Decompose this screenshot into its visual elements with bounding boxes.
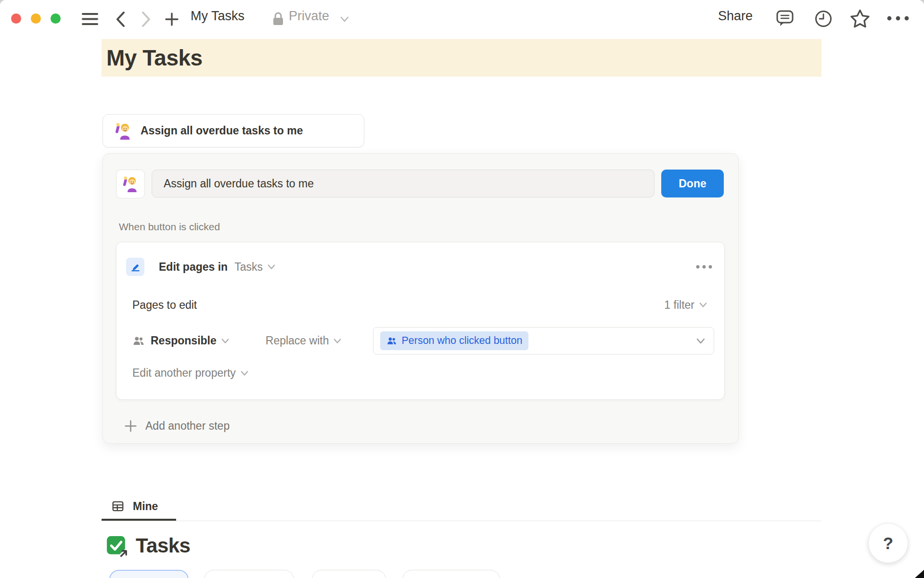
people-icon <box>386 336 397 346</box>
person-raising-hand-emoji <box>122 176 139 192</box>
linked-database-title[interactable]: Tasks <box>106 534 190 557</box>
lock-icon <box>271 12 285 27</box>
more-options-icon[interactable] <box>886 15 910 21</box>
comments-icon[interactable] <box>775 8 795 28</box>
filter-chip[interactable] <box>204 570 294 578</box>
page-title-highlight: My Tasks <box>102 39 821 77</box>
action-label: Edit pages in <box>159 261 228 274</box>
chevron-down-icon <box>240 369 249 377</box>
automation-button[interactable]: Assign all overdue tasks to me <box>103 114 364 147</box>
favorite-star-icon[interactable] <box>849 8 871 30</box>
step-more-options-icon[interactable] <box>695 264 713 269</box>
filter-dropdown[interactable]: 1 filter <box>664 299 708 312</box>
minimize-window-button[interactable] <box>31 13 41 24</box>
tab-mine[interactable]: Mine <box>111 495 158 517</box>
tab-mine-label: Mine <box>133 500 158 513</box>
operator-dropdown[interactable]: Replace with <box>266 334 343 347</box>
share-button[interactable]: Share <box>718 6 753 26</box>
button-emoji-picker[interactable] <box>116 170 145 198</box>
check-mark-emoji <box>106 535 128 557</box>
history-clock-icon[interactable] <box>813 9 834 29</box>
value-chip-label: Person who clicked button <box>401 335 522 347</box>
zoom-window-button[interactable] <box>51 13 61 24</box>
add-another-step-button[interactable]: Add another step <box>124 414 230 438</box>
chevron-down-icon <box>339 15 350 24</box>
person-raising-hand-emoji <box>115 122 132 140</box>
help-button[interactable]: ? <box>868 523 908 563</box>
mouse-cursor <box>915 570 924 578</box>
target-database-dropdown[interactable]: Tasks <box>234 261 276 274</box>
add-another-step-label: Add another step <box>145 420 230 433</box>
window-toolbar: My Tasks Private Share <box>0 0 924 32</box>
notion-window: My Tasks Private Share My Tasks <box>0 0 924 578</box>
table-view-icon <box>111 499 125 513</box>
new-page-icon[interactable] <box>165 12 179 26</box>
filter-chip-active[interactable] <box>109 570 189 578</box>
plus-icon <box>124 420 137 433</box>
tab-divider <box>102 521 821 521</box>
pages-to-edit-row: Pages to edit 1 filter <box>132 295 708 315</box>
chevron-down-icon <box>267 263 276 271</box>
back-icon[interactable] <box>114 11 127 28</box>
people-icon <box>132 335 145 347</box>
forward-icon[interactable] <box>140 11 153 28</box>
property-dropdown[interactable]: Responsible <box>151 334 217 347</box>
action-row: Edit pages in Tasks <box>126 257 713 276</box>
automation-step-card: Edit pages in Tasks Pages to edit 1 filt… <box>116 242 725 400</box>
privacy-dropdown[interactable]: Private <box>289 6 329 26</box>
close-window-button[interactable] <box>11 13 21 24</box>
traffic-lights <box>11 13 61 24</box>
chevron-down-icon <box>333 337 342 345</box>
chevron-down-icon <box>698 301 708 309</box>
sidebar-toggle-icon[interactable] <box>82 13 98 26</box>
button-editor-panel: Done When button is clicked Edit pages i… <box>103 153 739 444</box>
value-chip: Person who clicked button <box>380 331 528 350</box>
button-name-input[interactable] <box>152 170 654 197</box>
property-edit-row: Responsible Replace with Person who clic… <box>132 327 714 355</box>
done-button[interactable]: Done <box>661 170 724 197</box>
chevron-down-icon <box>220 337 230 345</box>
automation-button-label: Assign all overdue tasks to me <box>141 124 303 137</box>
page-title[interactable]: My Tasks <box>102 39 821 77</box>
chevron-down-icon <box>695 337 706 345</box>
edit-pages-icon <box>126 258 144 276</box>
edit-another-property-dropdown[interactable]: Edit another property <box>132 367 249 380</box>
trigger-label: When button is clicked <box>119 221 220 233</box>
pages-to-edit-label: Pages to edit <box>132 299 197 312</box>
filter-chip[interactable] <box>312 570 386 578</box>
filter-chip[interactable] <box>402 570 500 578</box>
value-select[interactable]: Person who clicked button <box>373 327 714 355</box>
breadcrumb-page-title[interactable]: My Tasks <box>191 6 244 26</box>
database-title-label: Tasks <box>136 534 190 557</box>
